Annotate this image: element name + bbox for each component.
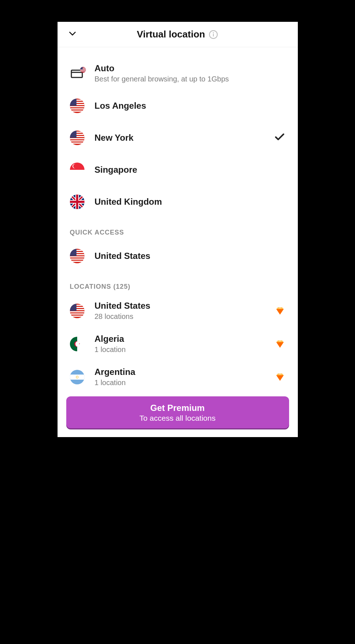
location-item[interactable]: New York (58, 122, 298, 154)
flag-ar-icon (70, 370, 84, 384)
row-indicator (271, 339, 285, 349)
location-item[interactable]: United Kingdom (58, 186, 298, 218)
location-subtitle: Best for general browsing, at up to 1Gbp… (95, 75, 271, 83)
flag-us-icon (70, 249, 84, 263)
location-item[interactable]: Singapore (58, 154, 298, 186)
svg-point-31 (73, 164, 78, 168)
svg-rect-29 (70, 170, 84, 177)
premium-diamond-icon (275, 339, 285, 349)
section-locations: Locations (125) (58, 272, 298, 294)
flag-uk-icon (70, 195, 84, 209)
location-subtitle: 1 location (95, 379, 271, 387)
location-title: Singapore (95, 165, 271, 175)
info-icon[interactable] (209, 30, 218, 39)
location-title: United Kingdom (95, 197, 271, 207)
header: Virtual location (58, 22, 298, 47)
location-item[interactable]: United States (58, 240, 298, 272)
location-item[interactable]: Algeria1 location (58, 327, 298, 360)
svg-rect-48 (70, 304, 76, 311)
location-item[interactable]: Los Angeles (58, 90, 298, 122)
svg-rect-24 (70, 138, 84, 139)
premium-subtitle: To access all locations (70, 414, 285, 423)
svg-rect-18 (70, 111, 84, 112)
location-title: Auto (95, 63, 271, 73)
svg-rect-45 (70, 311, 84, 312)
location-title: United States (95, 251, 271, 261)
svg-rect-9 (80, 70, 86, 71)
flag-dz-icon (70, 337, 84, 351)
svg-point-1 (213, 32, 214, 33)
premium-diamond-icon (275, 305, 285, 316)
svg-rect-16 (70, 106, 84, 107)
svg-rect-26 (70, 143, 84, 144)
location-item[interactable]: Argentina1 location (58, 360, 298, 393)
location-title: United States (95, 301, 271, 311)
svg-rect-27 (70, 131, 76, 138)
premium-title: Get Premium (70, 403, 285, 413)
location-title: Argentina (95, 367, 271, 377)
location-subtitle: 28 locations (95, 312, 271, 321)
svg-rect-39 (70, 261, 84, 262)
flag-us-icon (70, 131, 84, 145)
virtual-location-panel: Virtual location Auto Best for general b… (58, 22, 298, 437)
location-item[interactable]: United States28 locations (58, 294, 298, 327)
svg-rect-10 (80, 71, 86, 71)
location-subtitle: 1 location (95, 345, 271, 354)
row-indicator (271, 372, 285, 383)
svg-rect-47 (70, 316, 84, 317)
svg-rect-38 (70, 259, 84, 260)
flag-us-icon (70, 99, 84, 113)
svg-rect-2 (213, 33, 214, 36)
location-auto[interactable]: Auto Best for general browsing, at up to… (58, 57, 298, 90)
svg-rect-46 (70, 313, 84, 315)
svg-rect-25 (70, 140, 84, 141)
location-title: Los Angeles (95, 101, 271, 111)
section-quick-access: Quick Access (58, 218, 298, 240)
premium-diamond-icon (275, 372, 285, 383)
flag-sg-icon (70, 163, 84, 177)
browser-icon (70, 66, 84, 81)
location-list: Auto Best for general browsing, at up to… (58, 47, 298, 437)
page-title: Virtual location (137, 29, 205, 40)
location-title: Algeria (95, 334, 271, 344)
row-indicator (271, 131, 285, 144)
svg-rect-19 (70, 99, 76, 106)
flag-us-icon (70, 304, 84, 318)
location-title: New York (95, 133, 271, 143)
svg-rect-37 (70, 256, 84, 257)
collapse-chevron-icon[interactable] (68, 29, 77, 40)
svg-rect-56 (70, 375, 84, 380)
svg-rect-17 (70, 108, 84, 109)
row-indicator (271, 305, 285, 316)
check-icon (274, 131, 285, 144)
get-premium-button[interactable]: Get Premium To access all locations (66, 396, 289, 428)
svg-rect-40 (70, 249, 76, 256)
